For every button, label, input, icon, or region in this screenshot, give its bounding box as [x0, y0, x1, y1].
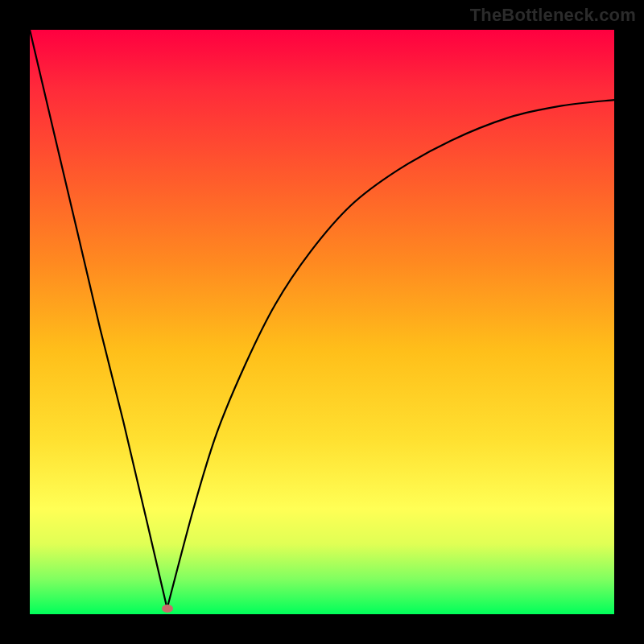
- plot-area: [30, 30, 614, 614]
- watermark-label: TheBottleneck.com: [470, 5, 636, 26]
- bottleneck-curve: [30, 30, 614, 614]
- curve-left-branch: [30, 30, 167, 609]
- curve-right-branch: [167, 100, 614, 609]
- chart-frame: TheBottleneck.com: [0, 0, 644, 644]
- optimal-point-marker: [162, 605, 173, 613]
